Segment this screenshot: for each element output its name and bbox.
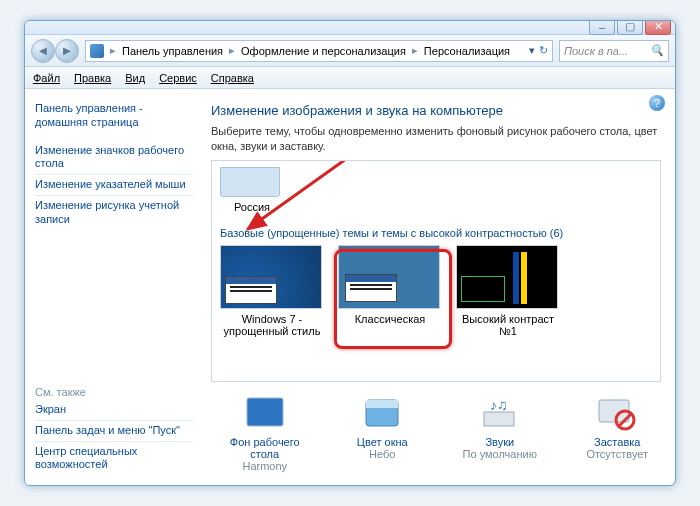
menu-view[interactable]: Вид [125,72,145,84]
breadcrumb-root[interactable]: Панель управления [122,45,223,57]
help-icon[interactable]: ? [649,95,665,111]
addressbar: ◄ ► ▸ Панель управления ▸ Оформление и п… [25,35,675,67]
back-button[interactable]: ◄ [31,39,55,63]
theme-russia-thumb[interactable] [220,167,280,197]
breadcrumb[interactable]: ▸ Панель управления ▸ Оформление и персо… [85,40,553,62]
basic-themes-header: Базовые (упрощенные) темы и темы с высок… [220,227,652,239]
page-subtitle: Выберите тему, чтобы одновременно измени… [211,124,661,154]
sidebar-see-also: См. также [35,386,193,398]
desktop-bg-icon [243,396,287,432]
sidebar-home[interactable]: Панель управления - домашняя страница [35,99,193,133]
svg-rect-5 [484,412,514,426]
menu-help[interactable]: Справка [211,72,254,84]
menu-edit[interactable]: Правка [74,72,111,84]
theme-classic[interactable]: Классическая [338,245,442,337]
sidebar-account-picture[interactable]: Изменение рисунка учетной записи [35,195,193,230]
sidebar-mouse-pointers[interactable]: Изменение указателей мыши [35,174,193,195]
setting-screensaver[interactable]: Заставка Отсутствует [574,396,662,472]
setting-window-color[interactable]: Цвет окна Небо [339,396,427,472]
setting-desktop-bg[interactable]: Фон рабочего стола Harmony [221,396,309,472]
menu-tools[interactable]: Сервис [159,72,197,84]
search-placeholder: Поиск в па... [564,45,628,57]
theme-win7-basic[interactable]: Windows 7 - упрощенный стиль [220,245,324,337]
svg-text:♪♫: ♪♫ [490,397,508,413]
window-color-icon [360,396,404,432]
sidebar-desktop-icons[interactable]: Изменение значков рабочего стола [35,141,193,175]
page-title: Изменение изображения и звука на компьют… [211,103,661,118]
svg-rect-4 [366,400,398,408]
setting-sounds[interactable]: ♪♫ Звуки По умолчанию [456,396,544,472]
breadcrumb-leaf[interactable]: Персонализация [424,45,510,57]
basic-themes-row: Windows 7 - упрощенный стиль Классическа… [220,245,652,337]
theme-russia-label: Россия [220,201,284,213]
refresh-icon[interactable]: ↻ [539,44,548,57]
screensaver-icon [595,396,639,432]
sounds-icon: ♪♫ [478,396,522,432]
forward-button[interactable]: ► [55,39,79,63]
theme-high-contrast-1[interactable]: Высокий контраст №1 [456,245,560,337]
settings-row: Фон рабочего стола Harmony Цвет окна Неб… [211,396,661,472]
minimize-button[interactable]: – [589,20,615,35]
sidebar: Панель управления - домашняя страница Из… [25,89,203,485]
svg-rect-1 [247,398,283,426]
close-button[interactable]: ✕ [645,20,671,35]
menubar: Файл Правка Вид Сервис Справка [25,67,675,89]
sidebar-screen[interactable]: Экран [35,400,193,420]
personalization-window: – ▢ ✕ ◄ ► ▸ Панель управления ▸ Оформлен… [24,20,676,486]
search-icon: 🔍 [650,44,664,57]
sidebar-ease-of-access[interactable]: Центр специальных возможностей [35,441,193,476]
search-input[interactable]: Поиск в па... 🔍 [559,40,669,62]
breadcrumb-mid[interactable]: Оформление и персонализация [241,45,406,57]
content: ? Изменение изображения и звука на компь… [203,89,675,485]
control-panel-icon [90,44,104,58]
theme-pane: Россия Базовые (упрощенные) темы и темы … [211,160,661,382]
window-controls: – ▢ ✕ [589,20,671,35]
menu-file[interactable]: Файл [33,72,60,84]
sidebar-taskbar[interactable]: Панель задач и меню "Пуск" [35,420,193,441]
titlebar: – ▢ ✕ [25,21,675,35]
breadcrumb-dropdown-icon[interactable]: ▾ [529,44,535,57]
maximize-button[interactable]: ▢ [617,20,643,35]
